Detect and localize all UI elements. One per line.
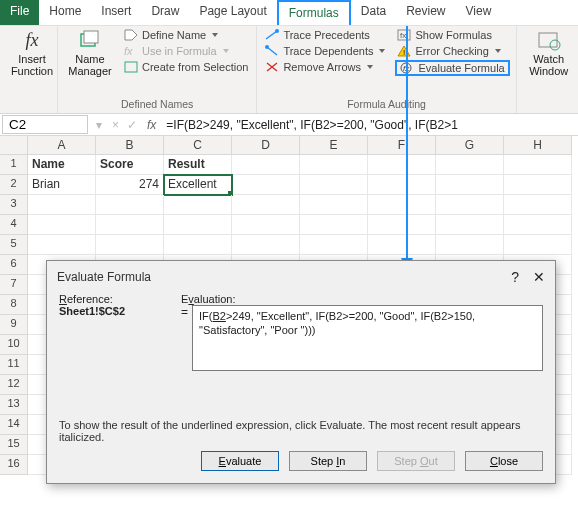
col-header[interactable]: E <box>300 136 368 155</box>
tab-data[interactable]: Data <box>351 0 396 25</box>
tab-file[interactable]: File <box>0 0 39 25</box>
cell[interactable] <box>232 175 300 195</box>
evaluate-formula-button[interactable]: fx Evaluate Formula <box>395 60 509 76</box>
show-formulas-button[interactable]: fx Show Formulas <box>395 28 509 42</box>
cell[interactable] <box>28 215 96 235</box>
row-header[interactable]: 8 <box>0 295 28 315</box>
define-name-button[interactable]: Define Name <box>122 28 250 42</box>
row-header[interactable]: 2 <box>0 175 28 195</box>
cell[interactable] <box>504 215 572 235</box>
cell[interactable] <box>504 195 572 215</box>
tab-draw[interactable]: Draw <box>141 0 189 25</box>
insert-function-button[interactable]: fx Insert Function <box>6 28 58 77</box>
trace-precedents-button[interactable]: Trace Precedents <box>263 28 387 42</box>
cell[interactable] <box>300 155 368 175</box>
row-header[interactable]: 9 <box>0 315 28 335</box>
row-header[interactable]: 10 <box>0 335 28 355</box>
cell[interactable] <box>368 155 436 175</box>
cell[interactable] <box>96 195 164 215</box>
cell[interactable]: Name <box>28 155 96 175</box>
remove-arrows-button[interactable]: Remove Arrows <box>263 60 387 74</box>
tab-review[interactable]: Review <box>396 0 455 25</box>
evaluation-box[interactable]: IF(B2>249, "Excellent", IF(B2>=200, "Goo… <box>192 305 543 371</box>
cell[interactable] <box>368 195 436 215</box>
row-header[interactable]: 16 <box>0 455 28 475</box>
cell[interactable] <box>504 235 572 255</box>
cell[interactable] <box>300 235 368 255</box>
cell[interactable] <box>504 175 572 195</box>
cell[interactable] <box>436 215 504 235</box>
cell[interactable]: Brian <box>28 175 96 195</box>
row-header[interactable]: 12 <box>0 375 28 395</box>
cell[interactable] <box>504 155 572 175</box>
cell[interactable] <box>164 195 232 215</box>
use-in-formula-button[interactable]: fx Use in Formula <box>122 44 250 58</box>
cell[interactable] <box>164 215 232 235</box>
worksheet-grid[interactable]: A B C D E F G H 1 Name Score Result 2 Br… <box>0 136 578 195</box>
row-header[interactable]: 5 <box>0 235 28 255</box>
evaluate-button[interactable]: Evaluate <box>201 451 279 471</box>
row-header[interactable]: 7 <box>0 275 28 295</box>
cell[interactable] <box>232 235 300 255</box>
fx-label[interactable]: fx <box>141 118 162 132</box>
close-button[interactable]: Close <box>465 451 543 471</box>
row-header[interactable]: 15 <box>0 435 28 455</box>
step-in-button[interactable]: Step In <box>289 451 367 471</box>
cell[interactable] <box>436 155 504 175</box>
watch-window-button[interactable]: Watch Window <box>523 28 575 77</box>
tab-insert[interactable]: Insert <box>91 0 141 25</box>
cell[interactable]: Result <box>164 155 232 175</box>
cell[interactable] <box>232 155 300 175</box>
name-box[interactable] <box>2 115 88 134</box>
help-icon[interactable]: ? <box>511 269 519 285</box>
cell[interactable] <box>368 175 436 195</box>
row-header[interactable]: 13 <box>0 395 28 415</box>
col-header[interactable]: F <box>368 136 436 155</box>
cell[interactable] <box>28 195 96 215</box>
trace-dependents-button[interactable]: Trace Dependents <box>263 44 387 58</box>
cell[interactable] <box>436 235 504 255</box>
cell[interactable] <box>164 235 232 255</box>
row-header[interactable]: 3 <box>0 195 28 215</box>
create-from-selection-button[interactable]: Create from Selection <box>122 60 250 74</box>
cell[interactable] <box>232 195 300 215</box>
row-header[interactable]: 11 <box>0 355 28 375</box>
col-header[interactable]: B <box>96 136 164 155</box>
select-all-corner[interactable] <box>0 136 28 155</box>
ribbon: fx Insert Function Name Manager Define N… <box>0 26 578 114</box>
row-header[interactable]: 6 <box>0 255 28 275</box>
col-header[interactable]: C <box>164 136 232 155</box>
cell[interactable] <box>368 235 436 255</box>
cell[interactable] <box>368 215 436 235</box>
row-header[interactable]: 4 <box>0 215 28 235</box>
tab-view[interactable]: View <box>456 0 502 25</box>
cell[interactable] <box>436 195 504 215</box>
tab-home[interactable]: Home <box>39 0 91 25</box>
row-header[interactable]: 14 <box>0 415 28 435</box>
cell[interactable] <box>28 235 96 255</box>
cell[interactable] <box>300 195 368 215</box>
col-header[interactable]: G <box>436 136 504 155</box>
cell[interactable]: 274 <box>96 175 164 195</box>
name-manager-button[interactable]: Name Manager <box>64 28 116 77</box>
cell[interactable] <box>300 215 368 235</box>
cell[interactable] <box>436 175 504 195</box>
col-header[interactable]: H <box>504 136 572 155</box>
tab-pagelayout[interactable]: Page Layout <box>189 0 276 25</box>
close-icon[interactable]: ✕ <box>533 269 545 285</box>
error-checking-button[interactable]: ! Error Checking <box>395 44 509 58</box>
cell[interactable]: Score <box>96 155 164 175</box>
cell[interactable] <box>300 175 368 195</box>
step-out-button[interactable]: Step Out <box>377 451 455 471</box>
cell[interactable] <box>96 235 164 255</box>
fx-icon: fx <box>18 28 46 52</box>
formula-input[interactable]: =IF(B2>249, "Excellent", IF(B2>=200, "Go… <box>162 118 578 132</box>
row-header[interactable]: 1 <box>0 155 28 175</box>
cell[interactable] <box>232 215 300 235</box>
cell[interactable] <box>96 215 164 235</box>
col-header[interactable]: D <box>232 136 300 155</box>
col-header[interactable]: A <box>28 136 96 155</box>
cell-active[interactable]: Excellent <box>164 175 232 195</box>
tab-formulas[interactable]: Formulas <box>277 0 351 25</box>
dialog-titlebar[interactable]: Evaluate Formula ? ✕ <box>47 261 555 289</box>
